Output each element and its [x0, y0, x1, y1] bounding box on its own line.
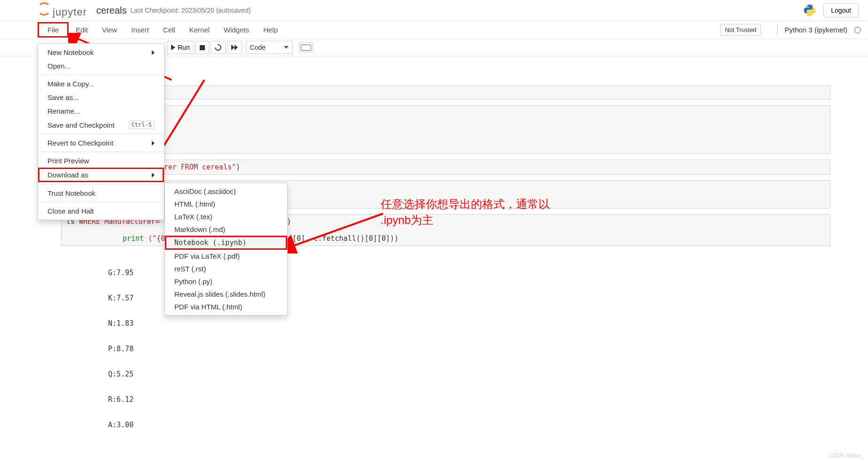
kernel-status-icon	[854, 27, 861, 33]
trust-badge[interactable]: Not Trusted	[720, 24, 760, 36]
chevron-right-icon	[152, 173, 155, 177]
logo-swirl-icon	[38, 2, 51, 15]
python-icon	[803, 4, 816, 17]
menu-help[interactable]: Help	[256, 22, 285, 38]
dd-open[interactable]: Open...	[38, 59, 164, 73]
file-dropdown: New Notebook Open... Make a Copy... Save…	[38, 43, 164, 220]
command-palette-button[interactable]	[299, 42, 313, 53]
download-submenu: AsciiDoc (.asciidoc) HTML (.html) LaTeX …	[164, 183, 288, 315]
header-bar: jupyter cereals Last Checkpoint: 2023/05…	[0, 0, 868, 21]
sm-markdown[interactable]: Markdown (.md)	[165, 223, 287, 236]
kernel-name[interactable]: Python 3 (ipykernel)	[777, 24, 852, 36]
chevron-down-icon	[284, 46, 289, 49]
dd-print-preview[interactable]: Print Preview	[38, 154, 164, 168]
menu-kernel[interactable]: Kernel	[182, 22, 217, 38]
menu-widgets[interactable]: Widgets	[217, 22, 256, 38]
interrupt-button[interactable]	[195, 41, 209, 54]
chevron-right-icon	[152, 50, 155, 55]
sm-pdf-html[interactable]: PDF via HTML (.html)	[165, 300, 287, 313]
sm-rest[interactable]: reST (.rst)	[165, 262, 287, 275]
dd-save-checkpoint[interactable]: Save and CheckpointCtrl-S	[38, 118, 164, 132]
annotation-arrow-3	[284, 211, 388, 254]
svg-line-2	[291, 214, 383, 246]
dd-download-as[interactable]: Download as	[38, 168, 164, 182]
sm-revealjs[interactable]: Reveal.js slides (.slides.html)	[165, 288, 287, 300]
sm-python[interactable]: Python (.py)	[165, 275, 287, 288]
code-text: )	[236, 163, 240, 171]
dd-make-copy[interactable]: Make a Copy...	[38, 77, 164, 91]
dd-close-halt[interactable]: Close and Halt	[38, 204, 164, 218]
run-label: Run	[178, 44, 190, 51]
logout-button[interactable]: Logout	[823, 3, 859, 17]
dd-save-as[interactable]: Save as...	[38, 91, 164, 104]
dd-revert-checkpoint[interactable]: Revert to Checkpoint	[38, 136, 164, 150]
restart-button[interactable]	[211, 41, 226, 54]
kernel-indicator-area: Not Trusted Python 3 (ipykernel)	[720, 24, 868, 36]
watermark: CSDN @Wyn_	[830, 453, 864, 458]
fast-forward-icon	[231, 45, 238, 50]
menu-file[interactable]: File	[38, 22, 69, 38]
sm-notebook-ipynb[interactable]: Notebook (.ipynb)	[165, 236, 287, 250]
sm-asciidoc[interactable]: AsciiDoc (.asciidoc)	[165, 185, 287, 198]
dd-rename[interactable]: Rename...	[38, 104, 164, 118]
kbd-shortcut: Ctrl-S	[129, 121, 155, 129]
restart-icon	[213, 43, 223, 52]
cell-type-value: Code	[250, 44, 266, 51]
stop-icon	[200, 45, 205, 50]
chevron-right-icon	[152, 141, 155, 146]
notebook-name[interactable]: cereals	[96, 5, 126, 16]
jupyter-logo: jupyter	[38, 2, 87, 18]
sm-html[interactable]: HTML (.html)	[165, 198, 287, 210]
sm-latex[interactable]: LaTeX (.tex)	[165, 210, 287, 223]
brand-text: jupyter	[53, 6, 87, 18]
cell-type-select[interactable]: Code	[246, 41, 293, 54]
restart-run-button[interactable]	[227, 41, 242, 54]
dd-new-notebook[interactable]: New Notebook	[38, 46, 164, 59]
checkpoint-text: Last Checkpoint: 2023/05/20 (autosaved)	[131, 7, 251, 14]
annotation-text: 任意选择你想导出的格式，通常以 .ipynb为主	[381, 196, 550, 228]
dd-trust-notebook[interactable]: Trust Notebook	[38, 186, 164, 200]
sm-pdf-latex[interactable]: PDF via LaTeX (.pdf)	[165, 250, 287, 262]
